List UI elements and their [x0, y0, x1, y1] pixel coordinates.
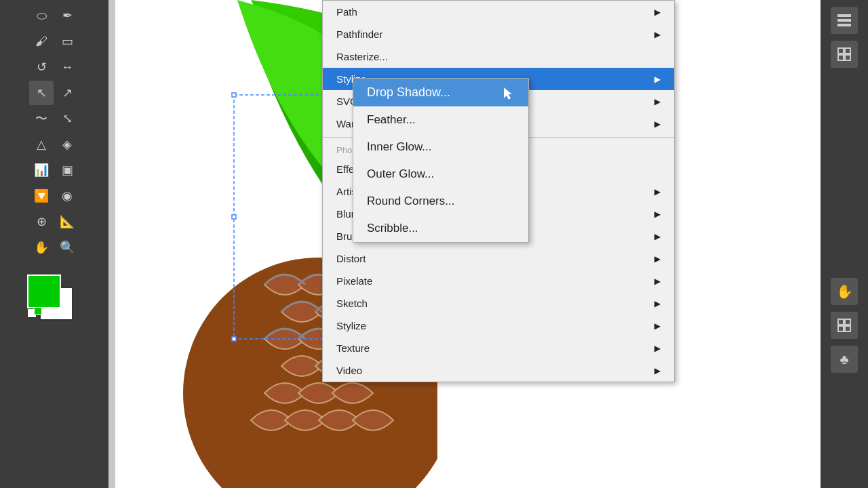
menu-item-sketch[interactable]: Sketch ▶ [323, 292, 674, 314]
svg-rect-16 [845, 326, 850, 331]
pathfinder-arrow: ▶ [654, 30, 660, 39]
svg-rect-11 [838, 55, 844, 60]
layers-panel-btn[interactable] [831, 7, 858, 34]
brush-strokes-arrow: ▶ [654, 232, 660, 241]
menu-item-distort[interactable]: Distort ▶ [323, 247, 674, 270]
artboard-tool[interactable]: ▣ [55, 158, 79, 182]
svg-rect-3 [232, 215, 236, 219]
zoom-tool[interactable]: 🔍 [55, 235, 79, 260]
svg-rect-4 [232, 337, 236, 341]
pixelate-arrow: ▶ [654, 277, 660, 286]
reflect-tool[interactable]: ↔ [55, 55, 79, 79]
menu-item-stylize-ps[interactable]: Stylize ▶ [323, 314, 674, 337]
svg-rect-12 [845, 55, 850, 60]
eraser-tool[interactable]: ▭ [55, 29, 79, 54]
hand-tool[interactable]: ✋ [29, 235, 54, 260]
texture-arrow: ▶ [654, 344, 660, 353]
stylize-arrow: ▶ [654, 75, 660, 84]
distort-arrow: ▶ [654, 254, 660, 264]
measure-tool[interactable]: 📐 [55, 209, 79, 234]
menu-item-path[interactable]: Path ▶ [323, 1, 674, 23]
left-toolbar: ⬭ ✒ 🖌 ▭ ↺ ↔ ↖ ↗ 〜 ⤡ △ ◈ 📊 ▣ 🔽 ◉ ⊕ 📐 ✋ 🔍 [0, 0, 108, 488]
submenu-item-outer-glow[interactable]: Outer Glow... [353, 161, 528, 188]
blend-tool[interactable]: ◉ [55, 184, 79, 208]
path-arrow: ▶ [654, 7, 660, 17]
menu-item-pixelate[interactable]: Pixelate ▶ [323, 270, 674, 292]
menu-item-rasterize[interactable]: Rasterize... [323, 45, 674, 68]
menu-item-texture[interactable]: Texture ▶ [323, 337, 674, 359]
submenu-item-scribble[interactable]: Scribble... [353, 215, 528, 242]
warp-tool[interactable]: 〜 [29, 106, 54, 131]
symbol-tool[interactable]: ⊕ [29, 209, 54, 234]
svg-rect-9 [838, 48, 844, 54]
foreground-color[interactable] [27, 274, 61, 308]
submenu-item-round-corners[interactable]: Round Corners... [353, 188, 528, 215]
submenu-item-drop-shadow[interactable]: Drop Shadow... [353, 79, 528, 106]
artboards-panel-btn[interactable] [831, 41, 858, 68]
artistic-arrow: ▶ [654, 187, 660, 197]
brush-tool[interactable]: 🖌 [29, 29, 54, 54]
properties-panel-btn[interactable]: ✋ [831, 278, 858, 305]
stylize-ps-arrow: ▶ [654, 321, 660, 331]
direct-selection-tool[interactable]: ↗ [55, 81, 79, 105]
ellipse-tool[interactable]: ⬭ [29, 3, 54, 28]
chart-tool[interactable]: 📊 [29, 158, 54, 182]
svg-marker-17 [504, 87, 512, 100]
svg-rect-8 [837, 24, 851, 26]
svg-rect-13 [838, 319, 844, 325]
warp-arrow: ▶ [654, 119, 660, 129]
live-paint-tool[interactable]: △ [29, 132, 54, 157]
sketch-arrow: ▶ [654, 299, 660, 308]
svg-filters-arrow: ▶ [654, 97, 660, 106]
svg-rect-15 [838, 326, 844, 331]
pen-tool[interactable]: ✒ [55, 3, 79, 28]
blur-arrow: ▶ [654, 209, 660, 219]
video-arrow: ▶ [654, 366, 660, 375]
menu-item-video[interactable]: Video ▶ [323, 359, 674, 382]
svg-rect-10 [845, 48, 850, 54]
clubs-btn[interactable]: ♣ [831, 346, 858, 373]
svg-rect-2 [232, 93, 236, 97]
submenu-item-inner-glow[interactable]: Inner Glow... [353, 134, 528, 161]
rotate-tool[interactable]: ↺ [29, 55, 54, 79]
scale-tool[interactable]: ⤡ [55, 106, 79, 131]
svg-rect-14 [845, 319, 850, 325]
menu-item-pathfinder[interactable]: Pathfinder ▶ [323, 23, 674, 45]
right-panel: ✋ ♣ [821, 0, 868, 488]
swap-colors[interactable] [34, 307, 42, 315]
stylize-submenu: Drop Shadow... Feather... Inner Glow... … [353, 78, 529, 243]
paint-bucket-tool[interactable]: ◈ [55, 132, 79, 157]
selection-tool[interactable]: ↖ [29, 81, 54, 105]
svg-rect-6 [837, 14, 851, 17]
grid-panel-btn[interactable] [831, 312, 858, 339]
eyedropper-tool[interactable]: 🔽 [29, 184, 54, 208]
submenu-item-feather[interactable]: Feather... [353, 106, 528, 134]
svg-rect-7 [837, 19, 851, 22]
